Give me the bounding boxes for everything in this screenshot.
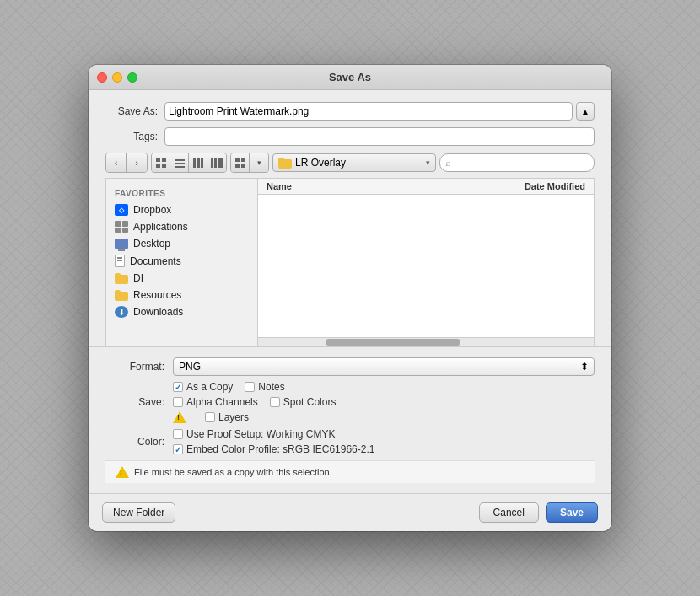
search-input[interactable] [439,153,595,172]
check-embed-profile: Embed Color Profile: sRGB IEC61966-2.1 [173,443,374,455]
format-dropdown[interactable]: PNG ⬍ [173,357,595,376]
folder-icon [278,158,292,169]
folder-icon [115,273,128,284]
svg-rect-8 [197,158,200,168]
desktop-icon [115,239,128,249]
notes-checkbox[interactable] [245,382,255,392]
file-browser: FAVORITES ◇ Dropbox Applications [105,178,595,346]
tags-input[interactable] [164,127,595,146]
download-icon: ⬇ [115,306,128,318]
back-button[interactable]: ‹ [106,153,127,172]
sidebar-item-documents[interactable]: Documents [106,252,257,270]
search-icon: ⌕ [445,158,451,168]
sidebar-item-label: DI [133,272,143,284]
view-icon-button[interactable] [152,153,170,172]
svg-rect-7 [193,158,196,168]
check-alpha-channels: Alpha Channels [173,396,258,408]
dialog-footer: New Folder Cancel Save [89,493,611,531]
save-as-row: Save As: ▲ [105,102,595,121]
forward-button[interactable]: › [127,153,147,172]
dropdown-chevron-icon: ▾ [426,158,430,167]
tags-row: Tags: [105,127,595,146]
svg-rect-4 [175,159,185,161]
maximize-button[interactable] [127,72,137,83]
check-spot-colors: Spot Colors [270,396,337,408]
color-check-row-2: Embed Color Profile: sRGB IEC61966-2.1 [173,443,374,455]
horizontal-scrollbar[interactable] [258,337,594,346]
spot-colors-label: Spot Colors [283,396,337,408]
check-use-proof: Use Proof Setup: Working CMYK [173,428,336,440]
sidebar-item-dropbox[interactable]: ◇ Dropbox [106,201,257,218]
svg-rect-14 [235,158,240,162]
embed-profile-checkbox[interactable] [173,444,183,454]
svg-rect-6 [175,166,185,168]
svg-rect-15 [241,158,245,162]
col-name-header: Name [267,181,484,191]
sidebar-item-downloads[interactable]: ⬇ Downloads [106,303,257,320]
file-list-body[interactable] [258,195,594,341]
format-dropdown-arrow: ⬍ [580,361,589,373]
svg-rect-0 [156,158,160,162]
view-mode-group [151,153,227,173]
check-notes: Notes [245,381,284,393]
layers-checkbox[interactable] [205,412,215,422]
as-a-copy-checkbox[interactable] [173,382,183,392]
tags-label: Tags: [105,131,164,142]
col-date-header: Date Modified [484,181,585,191]
sidebar-item-applications[interactable]: Applications [106,218,257,235]
svg-rect-17 [241,164,245,168]
sidebar-item-label: Downloads [133,306,183,318]
doc-icon [115,255,125,267]
as-a-copy-label: As a Copy [186,381,233,393]
filename-input[interactable] [164,102,573,121]
color-row: Color: Use Proof Setup: Working CMYK Emb… [105,428,595,455]
close-button[interactable] [97,72,107,83]
new-folder-button[interactable]: New Folder [102,502,175,523]
svg-rect-12 [218,158,220,168]
use-proof-label: Use Proof Setup: Working CMYK [186,428,336,440]
arrange-dropdown-button[interactable]: ▾ [250,153,268,172]
cancel-button[interactable]: Cancel [479,502,539,523]
svg-rect-3 [162,164,166,168]
svg-rect-10 [211,158,213,168]
svg-rect-16 [235,164,240,168]
notes-label: Notes [258,381,284,393]
sidebar-item-label: Documents [130,255,181,267]
minimize-button[interactable] [112,72,122,83]
sidebar-item-resources[interactable]: Resources [106,287,257,303]
warning-bar: File must be saved as a copy with this s… [105,460,595,483]
scroll-thumb[interactable] [326,339,460,346]
save-label: Save: [105,396,173,408]
svg-rect-5 [175,163,185,164]
use-proof-checkbox[interactable] [173,429,183,439]
arrange-button[interactable] [231,153,250,172]
title-bar: Save As [89,65,611,90]
alpha-channels-checkbox[interactable] [173,397,183,407]
sidebar-item-desktop[interactable]: Desktop [106,235,257,252]
svg-rect-9 [201,158,203,168]
folder-icon [115,290,128,301]
view-cover-button[interactable] [207,153,226,172]
color-checkboxes: Use Proof Setup: Working CMYK Embed Colo… [173,428,374,455]
sidebar-item-label: Resources [133,289,181,301]
warning-message: File must be saved as a copy with this s… [134,467,332,477]
sidebar-item-di[interactable]: DI [106,270,257,287]
file-list: Name Date Modified [258,179,594,346]
location-dropdown[interactable]: LR Overlay ▾ [272,153,436,172]
apps-icon [115,221,128,233]
footer-buttons-right: Cancel Save [479,502,598,523]
svg-rect-11 [214,158,217,168]
view-column-button[interactable] [189,153,207,172]
color-label: Color: [105,436,173,448]
save-options-row: Save: As a Copy Notes Alpha Channels [105,381,595,423]
navigation-toolbar: ‹ › ▾ [105,153,595,173]
up-directory-button[interactable]: ▲ [576,102,595,121]
save-check-row-1: As a Copy Notes [173,381,336,393]
spot-colors-checkbox[interactable] [270,397,280,407]
options-section: Format: PNG ⬍ Save: As a Copy Notes [89,346,611,493]
layers-warning-icon [173,411,186,423]
file-list-header: Name Date Modified [258,179,594,195]
save-button[interactable]: Save [546,502,598,523]
view-list-button[interactable] [170,153,189,172]
save-as-dialog: Save As Save As: ▲ Tags: ‹ › [89,65,611,531]
